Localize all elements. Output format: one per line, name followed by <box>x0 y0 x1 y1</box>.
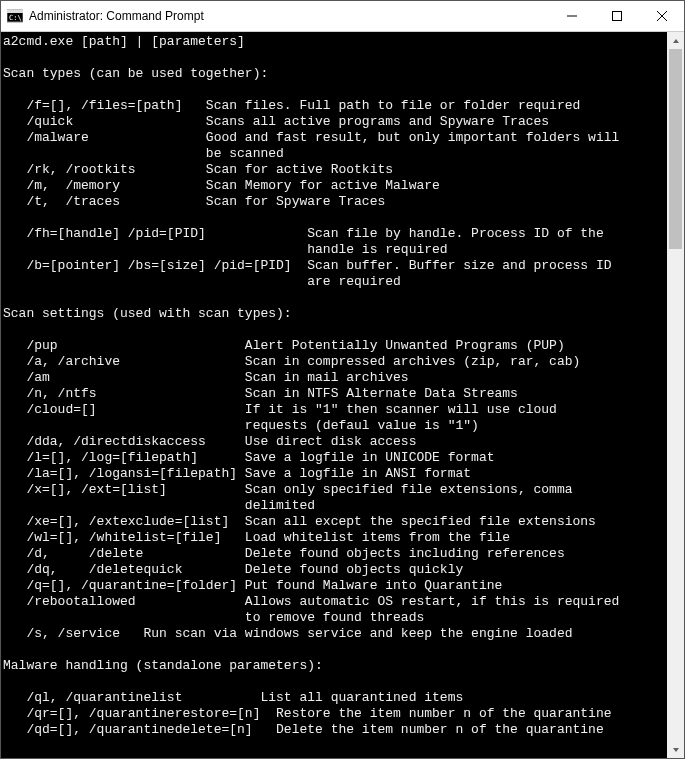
svg-marker-7 <box>673 39 679 43</box>
window-controls <box>549 1 684 31</box>
scroll-thumb[interactable] <box>669 49 682 249</box>
cmd-icon: C:\ <box>7 8 23 24</box>
minimize-button[interactable] <box>549 1 594 31</box>
window-title: Administrator: Command Prompt <box>29 9 549 23</box>
terminal-output[interactable]: a2cmd.exe [path] | [parameters] Scan typ… <box>1 32 667 758</box>
vertical-scrollbar[interactable] <box>667 32 684 758</box>
scroll-up-arrow[interactable] <box>667 32 684 49</box>
terminal-area: a2cmd.exe [path] | [parameters] Scan typ… <box>1 32 684 758</box>
scroll-down-arrow[interactable] <box>667 741 684 758</box>
svg-text:C:\: C:\ <box>9 14 22 22</box>
close-button[interactable] <box>639 1 684 31</box>
maximize-button[interactable] <box>594 1 639 31</box>
command-prompt-window: C:\ Administrator: Command Prompt a2cmd.… <box>0 0 685 759</box>
svg-rect-4 <box>612 12 621 21</box>
titlebar: C:\ Administrator: Command Prompt <box>1 1 684 32</box>
svg-rect-1 <box>7 10 23 13</box>
svg-marker-8 <box>673 748 679 752</box>
